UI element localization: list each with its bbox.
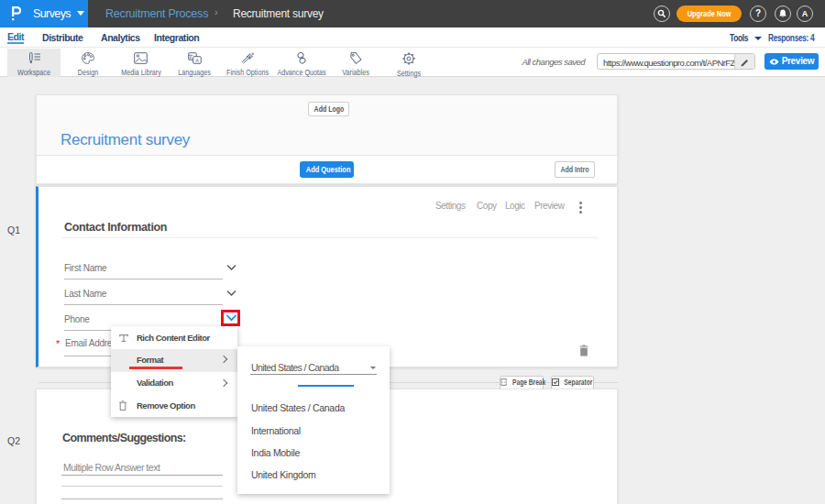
svg-text:A: A [195,58,199,63]
svg-text:文: 文 [188,53,193,60]
